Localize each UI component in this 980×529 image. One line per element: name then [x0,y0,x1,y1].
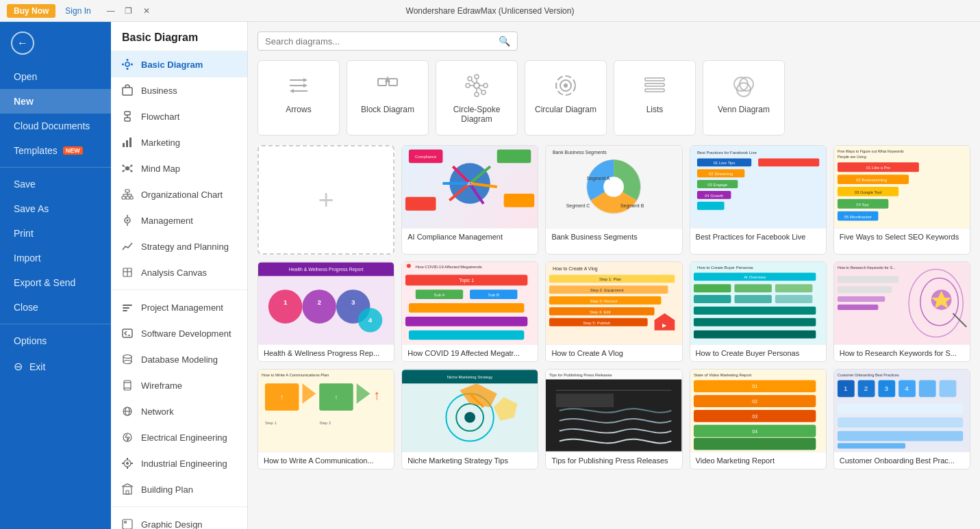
template-label-niche: Niche Marketing Strategy Tips [402,452,538,469]
sidebar-item-close[interactable]: Close [0,295,111,320]
close-button[interactable]: ✕ [142,6,151,16]
subnav-item-building[interactable]: Building Plan [111,476,247,502]
sidebar-item-import[interactable]: Import [0,246,111,270]
sidebar-item-save[interactable]: Save [0,172,111,196]
template-card-niche[interactable]: Niche Marketing Strategy Niche Marketing… [401,369,538,469]
close-label: Close [14,302,38,313]
sidebar-item-exit[interactable]: ⊖ Exit [0,353,111,380]
analysis-icon [121,266,134,279]
template-card-health[interactable]: Health & Wellness Progress Report 1 2 3 … [257,261,394,362]
svg-text:Sub A: Sub A [434,293,445,297]
sidebar-item-open[interactable]: Open [0,64,111,89]
back-button[interactable]: ← [11,31,34,55]
subnav-item-flowchart[interactable]: Flowchart [111,103,247,129]
sidebar-item-options[interactable]: Options [0,328,111,353]
template-card-keywords[interactable]: How to Research Keywords for S... How to… [833,261,970,362]
template-card-facebook[interactable]: Best Practices for Facebook Live 01 Live… [690,145,827,255]
template-card-buyer[interactable]: How to Create Buyer Personas AI Overview [690,261,827,362]
svg-rect-177 [694,331,816,339]
template-card-video[interactable]: State of Video Marketing Report 01 02 03… [690,369,827,469]
template-card-bank[interactable]: Bank Business Segments Segment A Segment… [545,145,682,255]
lists-label: Lists [621,105,688,114]
subnav-item-software[interactable]: Software Development [111,320,247,346]
template-card-covid[interactable]: How COVID-19 Affected Megatrends Topic 1… [401,261,538,362]
svg-text:How to Research Keywords for S: How to Research Keywords for S... [838,266,896,270]
subnav-item-network[interactable]: Network [111,398,247,424]
lists-icon [621,72,688,99]
svg-rect-38 [123,307,129,309]
subnav-item-wireframe[interactable]: Wireframe [111,372,247,398]
svg-marker-203 [460,383,497,407]
subnav-item-business[interactable]: Business [111,77,247,103]
svg-line-85 [471,80,475,83]
svg-rect-186 [838,296,885,302]
subnav-item-analysis[interactable]: Analysis Canvas [111,259,247,285]
subnav-label-marketing: Marketing [141,138,180,148]
template-label-keywords: How to Research Keywords for S... [834,344,970,361]
category-venn[interactable]: Venn Diagram [703,60,785,136]
svg-point-12 [125,166,129,170]
sidebar-item-saveas[interactable]: Save As [0,196,111,221]
subnav-item-graphic-design[interactable]: Graphic Design [111,511,247,529]
sidebar-divider-1 [0,167,111,168]
subnav-item-basic-diagram[interactable]: Basic Diagram [111,51,247,77]
svg-point-1 [127,59,129,61]
svg-text:How to Write A Communications : How to Write A Communications Plan [262,373,329,377]
maximize-button[interactable]: ❐ [124,6,134,16]
svg-text:03 Engage: 03 Engage [707,183,727,187]
search-input[interactable] [265,36,499,47]
svg-text:Segment B: Segment B [620,203,644,209]
svg-point-74 [474,83,479,88]
template-card-onboarding[interactable]: Customer Onboarding Best Practices 1 2 3… [833,369,970,469]
sidebar-item-cloud[interactable]: Cloud Documents [0,114,111,138]
top-right-controls: Buy Now Sign In — ❐ ✕ [7,4,151,18]
svg-point-2 [127,68,129,70]
category-circle-spoke[interactable]: Circle-Spoke Diagram [436,60,518,136]
category-grid: Arrows Block Diagram Circle-Spoke Diagra… [257,60,970,136]
new-template-card[interactable]: + [257,145,394,255]
template-card-vlog[interactable]: How to Create A Vlog Step 1: Plan Step 2… [545,261,682,362]
template-card-seo[interactable]: Five Ways to Figure out What Keywords Pe… [833,145,970,255]
sign-in-link[interactable]: Sign In [65,6,90,16]
subnav-item-management[interactable]: Management [111,207,247,233]
svg-point-134 [268,289,303,324]
category-circular[interactable]: Circular Diagram [525,60,607,136]
svg-point-0 [125,62,129,66]
sidebar-item-new[interactable]: New [0,89,111,114]
svg-text:01: 01 [752,384,757,389]
minimize-button[interactable]: — [106,6,116,16]
subnav-item-mindmap[interactable]: Mind Map [111,155,247,181]
category-block[interactable]: Block Diagram [347,60,429,136]
svg-rect-175 [694,307,816,315]
subnav-item-database[interactable]: Database Modeling [111,346,247,372]
buy-now-button[interactable]: Buy Now [7,4,55,18]
circular-icon [532,72,599,99]
subnav-item-industrial[interactable]: Industrial Engineering [111,450,247,476]
sidebar-item-templates[interactable]: Templates NEW [0,138,111,163]
sidebar-item-export[interactable]: Export & Send [0,270,111,295]
subnav-label-business: Business [141,86,177,96]
subnav-item-marketing[interactable]: Marketing [111,129,247,155]
subnav-item-orgchart[interactable]: Organizational Chart [111,181,247,207]
arrows-icon [265,72,332,99]
sidebar-item-print[interactable]: Print [0,221,111,246]
svg-text:How COVID-19 Affected Megatren: How COVID-19 Affected Megatrends [416,265,482,269]
svg-text:Customer Onboarding Best Pract: Customer Onboarding Best Practices [838,373,899,377]
svg-text:Tips for Publishing Press Rele: Tips for Publishing Press Releases [549,373,612,377]
export-label: Export & Send [14,277,75,288]
category-arrows[interactable]: Arrows [257,60,340,136]
category-lists[interactable]: Lists [614,60,696,136]
subnav-label-database: Database Modeling [141,354,218,365]
subnav-item-strategy[interactable]: Strategy and Planning [111,233,247,259]
template-label-comms: How to Write A Communication... [258,452,394,469]
subnav-item-project[interactable]: Project Management [111,294,247,320]
template-card-ai-compliance[interactable]: AI Compliance AI Compliance Management [401,145,538,255]
svg-point-76 [475,92,479,96]
template-card-press[interactable]: Tips for Publishing Press Releases Tips … [545,369,682,469]
titlebar: Wondershare EdrawMax (Unlicensed Version… [0,0,980,22]
template-card-comms[interactable]: How to Write A Communications Plan ↑ ↑ ↑… [257,369,394,469]
svg-text:Five Ways to Figure out What K: Five Ways to Figure out What Keywords [838,149,904,153]
subnav-item-electrical[interactable]: Electrical Engineering [111,424,247,450]
search-icon[interactable]: 🔍 [499,36,510,47]
svg-text:Niche Marketing Strategy: Niche Marketing Strategy [447,375,493,379]
